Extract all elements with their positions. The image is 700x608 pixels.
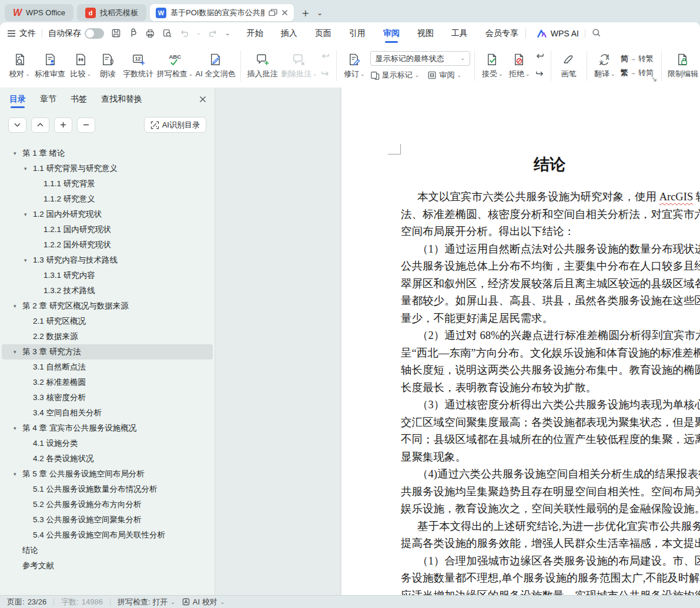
- simplified-to-traditional-button[interactable]: 简→ 转繁: [621, 53, 654, 64]
- close-tab-icon[interactable]: [282, 9, 288, 16]
- toc-item-10[interactable]: ▾第 2 章 研究区概况与数据来源: [0, 298, 215, 314]
- previous-revision-icon[interactable]: [535, 52, 545, 63]
- sidebar-tab-1[interactable]: 章节: [40, 94, 56, 109]
- toc-item-23[interactable]: 5.2 公共服务设施分布方向分析: [0, 497, 215, 512]
- toc-item-0[interactable]: ▾第 1 章 绪论: [0, 146, 215, 161]
- delete-comment-button[interactable]: 删除批注⌄: [280, 52, 319, 79]
- toc-item-25[interactable]: 5.4 公共服务设施空间布局关联性分析: [0, 528, 215, 543]
- sidebar-tab-0[interactable]: 目录: [9, 94, 26, 109]
- standard-review-button[interactable]: 标准审查: [33, 52, 67, 79]
- toc-item-20[interactable]: 4.2 各类设施状况: [0, 451, 215, 466]
- spell-check-status[interactable]: 拼写检查: 打开 ⌄: [118, 597, 175, 607]
- print-icon[interactable]: [145, 28, 155, 38]
- toc-item-27[interactable]: 参考文献: [0, 558, 215, 573]
- new-tab-button[interactable]: ＋: [297, 5, 313, 21]
- file-menu-button[interactable]: 文件: [7, 28, 36, 39]
- accept-revision-button[interactable]: 接受⌄: [479, 52, 506, 79]
- collapse-arrow-icon[interactable]: ▾: [24, 257, 27, 263]
- show-markup-button[interactable]: 显示标记 ⌄: [370, 70, 420, 80]
- collapse-arrow-icon[interactable]: ▾: [14, 471, 16, 477]
- collapse-arrow-icon[interactable]: ▾: [14, 349, 16, 355]
- reject-revision-button[interactable]: 拒绝⌄: [506, 52, 533, 79]
- toc-item-19[interactable]: 4.1 设施分类: [0, 436, 215, 451]
- ai-proofread-status[interactable]: AI 校对 ⌄: [182, 597, 225, 607]
- spell-check-button[interactable]: ABC 拼写检查⌄: [155, 52, 194, 79]
- toc-item-11[interactable]: 2.1 研究区概况: [0, 314, 215, 329]
- promote-button[interactable]: [54, 117, 72, 133]
- undo-icon[interactable]: [179, 28, 189, 38]
- document-page[interactable]: 结论 本文以宜宾市六类公共服务设施为研究对象，使用 ArcGIS 软件中的法、标…: [341, 88, 700, 595]
- translate-button[interactable]: 文A 翻译⌄: [591, 52, 618, 79]
- restrict-editing-button[interactable]: 限制编辑: [666, 52, 700, 79]
- demote-button[interactable]: [77, 117, 95, 133]
- menu-item-5[interactable]: 视图: [416, 23, 435, 43]
- toc-item-24[interactable]: 5.3 公共服务设施空间聚集分析: [0, 512, 215, 528]
- tab-list-chevron-icon[interactable]: ⌄: [317, 9, 323, 17]
- review-panel-button[interactable]: 审阅 ⌄: [427, 70, 461, 80]
- collapse-arrow-icon[interactable]: ▾: [14, 303, 16, 309]
- collapse-arrow-icon[interactable]: ▾: [24, 166, 27, 172]
- track-changes-button[interactable]: 修订⌄: [341, 52, 368, 79]
- save-icon[interactable]: [111, 28, 121, 38]
- toc-item-5[interactable]: 1.2.1 国内研究现状: [0, 222, 215, 237]
- traditional-to-simplified-button[interactable]: 繁→ 转简: [621, 68, 654, 78]
- pen-button[interactable]: 画笔: [555, 52, 582, 79]
- toc-item-1[interactable]: ▾1.1 研究背景与研究意义: [0, 161, 215, 176]
- toc-item-8[interactable]: 1.3.1 研究内容: [0, 268, 215, 283]
- read-aloud-button[interactable]: 朗读: [94, 52, 121, 79]
- toolbar-more-chevron-icon[interactable]: ⌄: [225, 30, 230, 36]
- collapse-arrow-icon[interactable]: ▾: [14, 425, 16, 431]
- toc-item-2[interactable]: 1.1.1 研究背景: [0, 176, 215, 192]
- toc-item-6[interactable]: 1.2.2 国外研究现状: [0, 237, 215, 253]
- menu-item-7[interactable]: 会员专享: [484, 23, 520, 43]
- markup-state-dropdown[interactable]: 显示标记的最终状态 ⌄: [370, 51, 470, 66]
- page-indicator[interactable]: 页面: 23/26: [7, 597, 46, 607]
- ai-recognize-toc-button[interactable]: AI识别目录: [144, 117, 206, 133]
- dialog-launcher-icon[interactable]: [651, 74, 657, 85]
- undo-chevron-icon[interactable]: ⌄: [196, 31, 201, 36]
- toc-item-13[interactable]: ▾第 3 章 研究方法: [2, 344, 213, 360]
- menu-item-3[interactable]: 引用: [348, 23, 367, 43]
- toc-item-4[interactable]: ▾1.2 国内外研究现状: [0, 207, 215, 222]
- menu-item-0[interactable]: 开始: [246, 23, 264, 43]
- menu-item-2[interactable]: 页面: [314, 23, 333, 43]
- print-preview-icon[interactable]: [162, 28, 172, 38]
- sidebar-tab-2[interactable]: 书签: [71, 94, 87, 109]
- toc-item-22[interactable]: 5.1 公共服务设施数量分布情况分析: [0, 482, 215, 497]
- search-icon[interactable]: [591, 28, 601, 39]
- insert-comment-button[interactable]: 插入批注: [245, 52, 279, 79]
- export-pdf-icon[interactable]: [128, 28, 138, 38]
- compare-button[interactable]: 比较⌄: [67, 52, 94, 79]
- next-revision-icon[interactable]: [535, 69, 545, 80]
- toc-item-12[interactable]: 2.2 数据来源: [0, 329, 215, 344]
- toc-item-17[interactable]: 3.4 空间自相关分析: [0, 405, 215, 421]
- next-comment-icon[interactable]: [320, 69, 330, 80]
- tab-document-active[interactable]: W 基于POI数据的宜宾市公共服: [150, 4, 294, 21]
- menu-item-4[interactable]: 审阅: [382, 23, 401, 43]
- toc-item-21[interactable]: ▾第 5 章 公共服务设施空间布局分析: [0, 466, 215, 482]
- proofread-button[interactable]: 校对⌄: [6, 52, 33, 79]
- collapse-arrow-icon[interactable]: ▾: [14, 150, 16, 156]
- toc-item-15[interactable]: 3.2 标准差椭圆: [0, 375, 215, 390]
- tab-wps-home[interactable]: W WPS Office: [5, 4, 73, 21]
- previous-comment-icon[interactable]: [320, 52, 330, 63]
- toc-item-14[interactable]: 3.1 自然断点法: [0, 360, 215, 375]
- toc-item-9[interactable]: 1.3.2 技术路线: [0, 283, 215, 298]
- expand-all-button[interactable]: [8, 117, 26, 133]
- toc-item-7[interactable]: ▾1.3 研究内容与技术路线: [0, 253, 215, 268]
- menu-item-1[interactable]: 插入: [280, 23, 299, 43]
- autosave-toggle[interactable]: [85, 28, 104, 39]
- float-window-icon[interactable]: [269, 9, 277, 16]
- redo-icon[interactable]: [208, 28, 218, 38]
- toc-item-16[interactable]: 3.3 核密度分析: [0, 390, 215, 405]
- sidebar-close-icon[interactable]: [199, 95, 206, 108]
- menu-item-6[interactable]: 工具: [450, 23, 469, 43]
- wps-ai-button[interactable]: WPS AI: [537, 29, 579, 38]
- ai-polish-button[interactable]: AI 全文润色: [195, 52, 237, 79]
- tab-docer-templates[interactable]: d 找稻壳模板: [77, 4, 146, 21]
- sidebar-tab-3[interactable]: 查找和替换: [101, 94, 142, 109]
- word-count-indicator[interactable]: 字数: 14986: [61, 597, 103, 607]
- toc-item-3[interactable]: 1.1.2 研究意义: [0, 192, 215, 207]
- toc-item-18[interactable]: ▾第 4 章 宜宾市公共服务设施概况: [0, 421, 215, 436]
- collapse-arrow-icon[interactable]: ▾: [24, 211, 27, 217]
